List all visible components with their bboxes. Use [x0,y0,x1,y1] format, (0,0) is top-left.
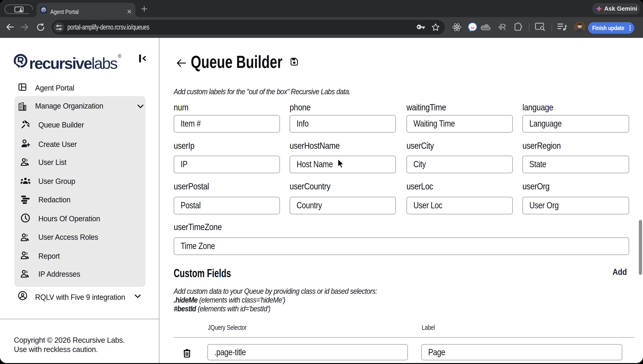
svg-text:Five9: Five9 [482,27,489,30]
